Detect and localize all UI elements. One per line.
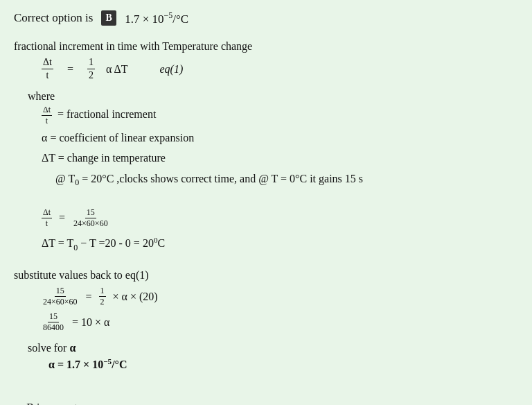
where-block: where Δt t = fractional increment α = co…	[28, 90, 518, 189]
option-badge: B	[101, 10, 116, 26]
where-item-1: Δt t = fractional increment	[42, 105, 518, 126]
eq-label: eq(1)	[160, 63, 184, 76]
correct-option-label: Correct option is	[14, 11, 93, 25]
substitute-section: substitute values back to eq(1) 15 24×60…	[14, 269, 518, 334]
main-equation: Δt t = 1 2 α ΔT eq(1)	[42, 57, 518, 83]
calc-line-2: ΔT = T0 − T =20 - 0 = 200C	[42, 232, 518, 256]
fractional-section: fractional increment in time with Temper…	[14, 40, 518, 83]
substitute-title: substitute values back to eq(1)	[14, 269, 518, 282]
header-value: 1.7 × 10−5/°C	[125, 10, 188, 26]
header-exponent: −5	[164, 10, 173, 20]
substitute-eq-2: 15 86400 = 10 × α	[42, 311, 518, 334]
where-item-3: ΔT = change in temperature	[42, 149, 518, 167]
calc-line-1: Δt t = 15 24×60×60	[42, 207, 518, 229]
solve-label: solve for α	[28, 342, 518, 354]
conclusion: so B is correct.	[14, 402, 518, 405]
alpha-exponent: −5	[103, 357, 112, 365]
substitute-eq-1: 15 24×60×60 = 1 2 × α × (20)	[42, 286, 518, 308]
delta-t-over-t: Δt t	[42, 57, 53, 83]
where-item-2: α = coefficient of linear expansion	[42, 129, 518, 147]
where-note: @ T0 = 20°C ,clocks shows correct time, …	[55, 170, 518, 189]
where-label: where	[28, 90, 518, 103]
one-half: 1 2	[87, 57, 95, 83]
header-section: Correct option is B 1.7 × 10−5/°C	[14, 10, 518, 26]
alpha-result-line: α = 1.7 × 10−5/°C	[48, 357, 518, 371]
section-title: fractional increment in time with Temper…	[14, 40, 518, 53]
